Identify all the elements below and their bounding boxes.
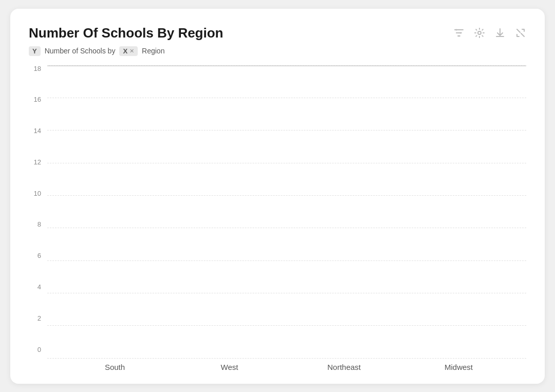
toolbar <box>453 27 526 41</box>
y-axis: 024681012141618 <box>29 65 47 371</box>
svg-point-2 <box>458 35 460 36</box>
download-icon[interactable] <box>494 27 506 41</box>
y-axis-label: 6 <box>38 252 41 259</box>
x-badge: X ✕ <box>119 46 138 56</box>
bars-and-grid <box>47 65 526 359</box>
expand-icon[interactable] <box>515 27 526 41</box>
chart-area: 024681012141618 SouthWestNortheastMidwes… <box>29 65 526 371</box>
y-axis-label: 2 <box>38 315 41 322</box>
x-axis-label: Midwest <box>408 363 510 371</box>
header-row: Number Of Schools By Region <box>29 25 526 41</box>
x-axis-label: West <box>178 363 281 371</box>
legend-row: Y Number of Schools by X ✕ Region <box>29 46 526 56</box>
svg-point-1 <box>460 32 461 33</box>
filter-icon[interactable] <box>453 27 465 41</box>
y-axis-label: 14 <box>34 127 41 134</box>
y-axis-label: 0 <box>38 346 41 353</box>
svg-point-0 <box>456 29 457 30</box>
bars-row <box>47 65 526 359</box>
chart-title: Number Of Schools By Region <box>29 25 224 41</box>
chart-card: Number Of Schools By Region <box>10 9 545 384</box>
y-legend-text: Number of Schools by <box>45 47 116 55</box>
svg-point-3 <box>478 31 481 34</box>
y-axis-label: 10 <box>34 190 41 197</box>
y-axis-label: 12 <box>34 159 41 165</box>
y-axis-label: 8 <box>38 221 41 228</box>
y-axis-label: 18 <box>34 65 41 72</box>
x-axis: SouthWestNortheastMidwest <box>47 359 526 371</box>
x-axis-label: Northeast <box>293 363 396 371</box>
chart-body: SouthWestNortheastMidwest <box>47 65 526 371</box>
x-legend-text: Region <box>142 47 164 55</box>
y-axis-label: 4 <box>38 284 41 290</box>
y-axis-label: 16 <box>34 96 41 103</box>
x-axis-label: South <box>64 363 166 371</box>
settings-icon[interactable] <box>474 27 485 41</box>
y-badge: Y <box>29 46 41 56</box>
